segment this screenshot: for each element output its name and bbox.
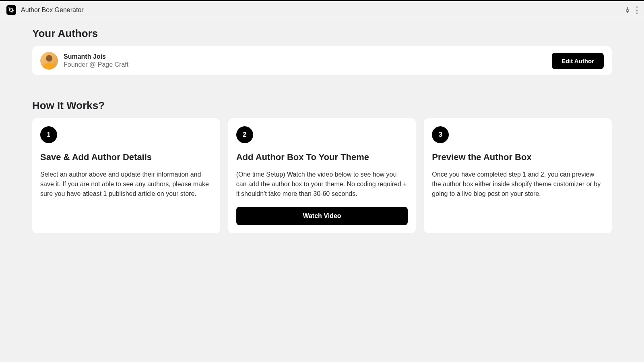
step-description: (One time Setup) Watch the video below t…	[236, 170, 408, 199]
step-number: 1	[40, 126, 57, 143]
step-title: Preview the Author Box	[432, 152, 604, 162]
step-card-2: 2 Add Author Box To Your Theme (One time…	[228, 118, 416, 233]
author-card: Sumanth Jois Founder @ Page Craft Edit A…	[32, 46, 612, 75]
authors-section-title: Your Authors	[32, 27, 612, 40]
app-header: Author Box Generator	[0, 1, 644, 19]
step-card-3: 3 Preview the Author Box Once you have c…	[424, 118, 612, 233]
main-content: Your Authors Sumanth Jois Founder @ Page…	[0, 19, 644, 241]
header-left: Author Box Generator	[6, 5, 84, 15]
step-description: Select an author above and update their …	[40, 170, 212, 217]
step-description: Once you have completed step 1 and 2, yo…	[432, 170, 604, 217]
step-number: 2	[236, 126, 253, 143]
header-right	[624, 6, 638, 14]
edit-author-button[interactable]: Edit Author	[552, 53, 604, 69]
author-details: Sumanth Jois Founder @ Page Craft	[64, 53, 128, 68]
step-title: Save & Add Author Details	[40, 152, 212, 162]
avatar	[40, 52, 58, 70]
author-info: Sumanth Jois Founder @ Page Craft	[40, 52, 128, 70]
step-card-1: 1 Save & Add Author Details Select an au…	[32, 118, 220, 233]
how-it-works-title: How It Works?	[32, 99, 612, 112]
pin-icon[interactable]	[624, 6, 631, 14]
app-title: Author Box Generator	[21, 6, 84, 14]
author-name: Sumanth Jois	[64, 53, 128, 60]
step-title: Add Author Box To Your Theme	[236, 152, 408, 162]
author-role: Founder @ Page Craft	[64, 61, 128, 68]
watch-video-button[interactable]: Watch Video	[236, 207, 408, 225]
more-icon[interactable]	[636, 6, 638, 14]
step-number: 3	[432, 126, 449, 143]
steps-grid: 1 Save & Add Author Details Select an au…	[32, 118, 612, 233]
app-logo-icon	[6, 5, 16, 15]
